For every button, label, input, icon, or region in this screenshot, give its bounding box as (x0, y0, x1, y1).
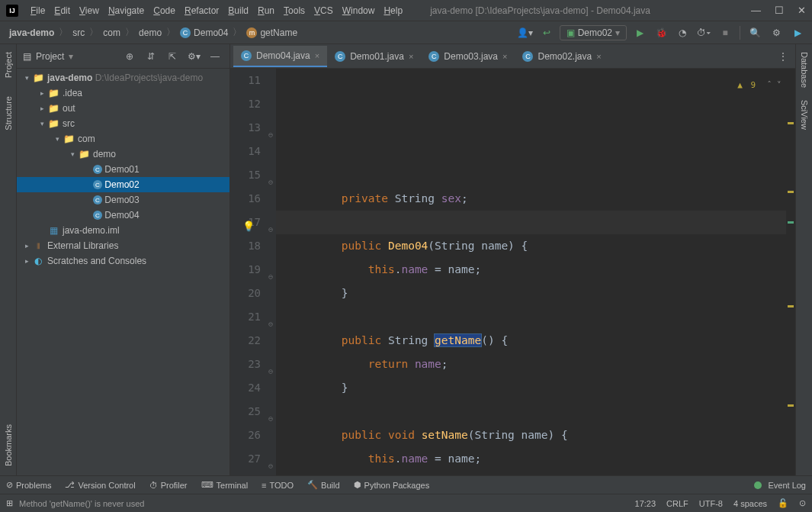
fold-icon[interactable]: ⊖ (262, 265, 273, 275)
tree-file-demo04[interactable]: C Demo04 (17, 208, 229, 223)
view-mode-dropdown[interactable]: ▾ (69, 51, 73, 62)
menu-help[interactable]: Help (379, 5, 407, 16)
code-line-13[interactable]: public Demo04(String name) { (288, 234, 795, 258)
python-packages-tool[interactable]: ⬢ Python Packages (354, 480, 430, 490)
fold-icon[interactable]: ⊖ (262, 217, 273, 228)
run-configuration[interactable]: ▣ Demo02 ▾ (560, 25, 627, 40)
menu-file[interactable]: File (26, 5, 50, 16)
database-tool-tab[interactable]: Database (798, 49, 810, 91)
code-line-22[interactable]: this.name = name; (288, 447, 795, 471)
code-line-19[interactable]: } (288, 376, 795, 400)
line-separator[interactable]: CRLF (666, 499, 688, 508)
crumb-com[interactable]: com (103, 27, 120, 38)
tree-idea[interactable]: ▸📁.idea (17, 85, 229, 101)
menu-run[interactable]: Run (253, 5, 279, 16)
tree-out[interactable]: ▸📁out (17, 101, 229, 116)
line-gutter[interactable]: 11 12 13 14 15 16 17 18 19 20 21 22 23 2… (230, 69, 276, 475)
sciview-tool-tab[interactable]: SciView (798, 97, 810, 133)
tree-iml[interactable]: ▦java-demo.iml (17, 223, 229, 238)
tab-demo03-java[interactable]: CDemo03.java× (421, 46, 515, 67)
locate-icon[interactable]: ⊕ (121, 48, 138, 65)
file-encoding[interactable]: UTF-8 (699, 499, 723, 508)
crumb-method[interactable]: getName (260, 27, 297, 38)
code-line-11[interactable]: private String sex; (288, 187, 795, 211)
run-button[interactable]: ▶ (631, 24, 648, 41)
fold-icon[interactable]: ⊖ (262, 454, 273, 465)
code-line-15[interactable]: } (288, 282, 795, 305)
code-line-20[interactable] (288, 400, 795, 423)
collapse-icon[interactable]: ⇱ (164, 48, 181, 65)
search-icon[interactable]: 🔍 (746, 24, 763, 41)
breadcrumb[interactable]: java-demo〉 src〉 com〉 demo〉 C Demo04〉 m g… (6, 26, 300, 39)
vcs-tool[interactable]: ⎇ Version Control (65, 480, 135, 490)
readonly-icon[interactable]: 🔓 (778, 498, 788, 508)
maximize-button[interactable]: ☐ (775, 5, 784, 16)
tree-root[interactable]: ▾📁java-demo D:\IdeaProjects\java-demo (17, 70, 229, 85)
close-tab-icon[interactable]: × (596, 52, 601, 61)
problems-tool[interactable]: ⊘ Problems (6, 480, 51, 490)
close-tab-icon[interactable]: × (315, 51, 319, 60)
crumb-demo[interactable]: demo (139, 27, 162, 38)
tree-file-demo03[interactable]: C Demo03 (17, 192, 229, 208)
fold-icon[interactable]: ⊖ (262, 407, 273, 417)
menu-view[interactable]: View (75, 5, 104, 16)
tree-file-demo02[interactable]: C Demo02 (17, 177, 229, 192)
menu-edit[interactable]: Edit (50, 5, 75, 16)
tree-com[interactable]: ▾📁com (17, 131, 229, 147)
tab-demo02-java[interactable]: CDemo02.java× (515, 46, 608, 67)
intention-bulb-icon[interactable]: 💡 (242, 214, 255, 238)
debug-button[interactable]: 🐞 (653, 24, 669, 41)
tree-demo[interactable]: ▾📁demo (17, 147, 229, 162)
profiler-tool[interactable]: ⏱ Profiler (149, 481, 188, 490)
menu-code[interactable]: Code (149, 5, 180, 16)
coverage-button[interactable]: ◔ (674, 24, 691, 41)
tab-demo04-java[interactable]: CDemo04.java× (233, 46, 327, 67)
profile-button[interactable]: ⏱▾ (695, 24, 712, 41)
code-line-23[interactable]: } (288, 471, 795, 475)
settings-icon[interactable]: ⚙ (768, 24, 785, 41)
crumb-class[interactable]: Demo04 (194, 27, 228, 38)
tree-scratches[interactable]: ▸◐Scratches and Consoles (17, 253, 229, 269)
tree-ext-lib[interactable]: ▸⫴External Libraries (17, 238, 229, 253)
menu-navigate[interactable]: Navigate (104, 5, 149, 16)
code-line-14[interactable]: this.name = name; (288, 258, 795, 282)
menu-tools[interactable]: Tools (279, 5, 310, 16)
event-log-tool[interactable]: Event Log (754, 481, 806, 490)
project-tree[interactable]: ▾📁java-demo D:\IdeaProjects\java-demo ▸📁… (17, 69, 229, 475)
learn-icon[interactable]: ▶ (789, 24, 806, 41)
close-button[interactable]: ✕ (798, 5, 806, 16)
tab-demo01-java[interactable]: CDemo01.java× (327, 46, 421, 67)
fold-icon[interactable]: ⊖ (262, 312, 273, 323)
stop-button[interactable]: ■ (717, 24, 733, 41)
menu-vcs[interactable]: VCS (310, 5, 338, 16)
todo-tool[interactable]: ≡ TODO (262, 481, 294, 490)
crumb-src[interactable]: src (72, 27, 85, 38)
project-tool-tab[interactable]: Project (2, 49, 14, 81)
code-line-21[interactable]: public void setName(String name) { (288, 423, 795, 447)
indent-setting[interactable]: 4 spaces (733, 499, 767, 508)
inspection-badge[interactable]: ▲ 9 ˆ ˅ (737, 73, 782, 97)
tree-src[interactable]: ▾📁src (17, 116, 229, 131)
crumb-project[interactable]: java-demo (9, 27, 54, 38)
cursor-position[interactable]: 17:23 (635, 499, 656, 508)
build-tool[interactable]: 🔨 Build (307, 480, 339, 490)
hide-icon[interactable]: ― (207, 48, 223, 65)
close-tab-icon[interactable]: × (409, 52, 413, 61)
code-line-18[interactable]: return name; (288, 353, 795, 376)
code-line-17[interactable]: public String getName() { (288, 329, 795, 353)
user-icon[interactable]: 👤▾ (517, 24, 534, 41)
bookmarks-tool-tab[interactable]: Bookmarks (2, 421, 14, 469)
code-line-12[interactable] (288, 211, 795, 234)
code-editor[interactable]: ▲ 9 ˆ ˅ 💡 private String sex; public Dem… (276, 69, 795, 475)
fold-icon[interactable]: ⊖ (262, 359, 273, 370)
minimize-button[interactable]: ― (751, 5, 761, 16)
fold-icon[interactable]: ⊖ (262, 123, 273, 134)
settings-dropdown-icon[interactable]: ⚙▾ (185, 48, 202, 65)
tool-window-toggle-icon[interactable]: ⊞ (6, 498, 13, 508)
expand-icon[interactable]: ⇵ (143, 48, 159, 65)
menu-window[interactable]: Window (338, 5, 380, 16)
structure-tool-tab[interactable]: Structure (2, 93, 14, 134)
close-tab-icon[interactable]: × (502, 52, 507, 61)
menu-refactor[interactable]: Refactor (180, 5, 223, 16)
fold-icon[interactable]: ⊖ (262, 170, 273, 181)
